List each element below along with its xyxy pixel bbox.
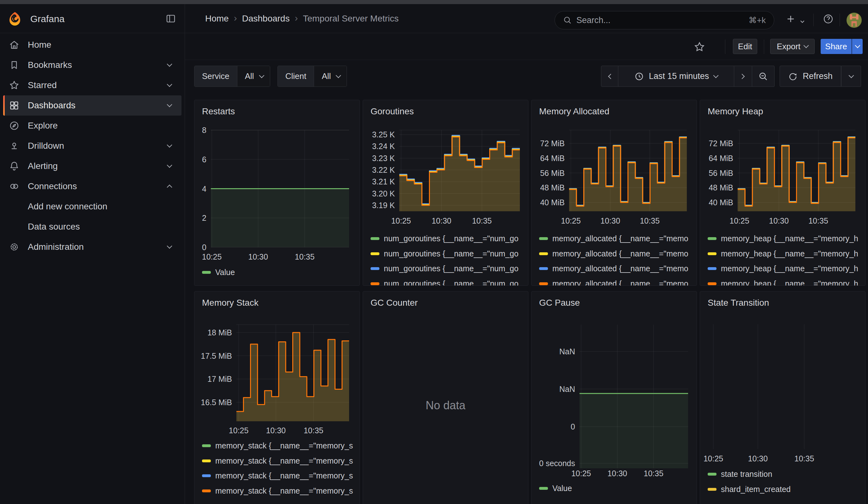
legend-swatch bbox=[371, 282, 379, 285]
legend-item[interactable]: memory_stack {__name__="memory_s bbox=[202, 438, 358, 453]
legend-item[interactable]: memory_allocated {__name__="memo bbox=[539, 276, 695, 286]
sidebar-item-bookmarks[interactable]: Bookmarks bbox=[3, 55, 182, 75]
legend-swatch bbox=[707, 488, 716, 491]
legend-label: memory_allocated {__name__="memo bbox=[552, 249, 689, 258]
service-filter-selected: All bbox=[245, 71, 254, 81]
svg-text:17.5 MiB: 17.5 MiB bbox=[201, 351, 232, 360]
sidebar-item-alerting[interactable]: Alerting bbox=[3, 156, 182, 176]
legend-label: memory_heap {__name__="memory_h bbox=[721, 264, 858, 273]
legend-label: num_goroutines {__name__="num_go bbox=[384, 234, 519, 243]
home-icon bbox=[9, 40, 20, 50]
search-box[interactable]: ⌘+k bbox=[555, 11, 774, 29]
sidebar-item-label: Add new connection bbox=[28, 202, 107, 212]
legend-item[interactable]: memory_allocated {__name__="memo bbox=[539, 246, 695, 261]
chart-legend: memory_stack {__name__="memory_smemory_s… bbox=[202, 438, 358, 504]
svg-text:64 MiB: 64 MiB bbox=[709, 154, 733, 163]
legend-item[interactable]: state transition bbox=[707, 467, 863, 482]
breadcrumb-dashboards[interactable]: Dashboards bbox=[242, 13, 290, 24]
svg-text:NaN: NaN bbox=[559, 347, 575, 356]
svg-text:10:30: 10:30 bbox=[769, 216, 789, 225]
legend-item[interactable]: memory_allocated {__name__="memo bbox=[539, 231, 695, 246]
legend-item[interactable]: Value bbox=[539, 481, 695, 496]
share-chevron-button[interactable] bbox=[852, 39, 862, 54]
avatar[interactable] bbox=[847, 13, 862, 28]
chart-restarts: 8642010:2510:3010:35 bbox=[194, 100, 360, 286]
sidebar-item-explore[interactable]: Explore bbox=[3, 116, 182, 136]
sidebar-item-dashboards[interactable]: Dashboards bbox=[3, 95, 182, 116]
edit-button[interactable]: Edit bbox=[733, 39, 757, 54]
dashboard-toolbar: Edit Export Share bbox=[185, 33, 868, 60]
sidebar-item-add-new-connection[interactable]: Add new connection bbox=[3, 196, 182, 217]
zoom-out-icon[interactable] bbox=[752, 66, 775, 87]
svg-text:0: 0 bbox=[202, 243, 206, 252]
legend-label: memory_stack {__name__="memory_s bbox=[215, 441, 353, 450]
svg-text:3.25 K: 3.25 K bbox=[372, 130, 395, 139]
legend-item[interactable]: num_goroutines {__name__="num_go bbox=[371, 276, 526, 286]
time-back-button[interactable] bbox=[601, 66, 618, 87]
legend-item[interactable]: memory_stack {__name__="memory_s bbox=[202, 453, 358, 469]
service-filter-value[interactable]: All bbox=[237, 66, 270, 86]
export-button[interactable]: Export bbox=[770, 39, 815, 54]
refresh-interval-chevron[interactable] bbox=[841, 66, 861, 87]
sidebar-toggle-icon[interactable] bbox=[165, 13, 176, 24]
legend-item[interactable]: memory_heap {__name__="memory_h bbox=[707, 276, 863, 286]
legend-swatch bbox=[539, 487, 548, 490]
sidebar-item-label: Bookmarks bbox=[28, 60, 72, 70]
svg-text:56 MiB: 56 MiB bbox=[540, 169, 565, 177]
svg-text:3.24 K: 3.24 K bbox=[372, 142, 395, 151]
favorite-star-icon[interactable] bbox=[694, 41, 705, 52]
legend-item[interactable]: memory_heap {__name__="memory_h bbox=[707, 231, 863, 246]
legend-swatch bbox=[707, 252, 716, 255]
add-chevron-down-icon[interactable] bbox=[799, 16, 806, 27]
chevron-down-icon[interactable] bbox=[168, 82, 175, 89]
chevron-down-icon[interactable] bbox=[168, 102, 175, 109]
svg-text:10:35: 10:35 bbox=[643, 469, 663, 478]
legend-item[interactable]: memory_heap {__name__="memory_h bbox=[707, 261, 863, 276]
add-icon[interactable] bbox=[785, 13, 796, 24]
sidebar-item-label: Alerting bbox=[28, 161, 58, 171]
client-filter-value[interactable]: All bbox=[314, 66, 347, 86]
chevron-down-icon[interactable] bbox=[168, 163, 175, 169]
sidebar-item-connections[interactable]: Connections bbox=[3, 176, 182, 196]
chevron-down-icon[interactable] bbox=[168, 244, 175, 250]
chevron-up-icon[interactable] bbox=[168, 183, 175, 190]
breadcrumb: Home › Dashboards › Temporal Server Metr… bbox=[205, 4, 399, 33]
chevron-down-icon[interactable] bbox=[168, 62, 175, 69]
sidebar-item-data-sources[interactable]: Data sources bbox=[3, 217, 182, 237]
svg-text:10:25: 10:25 bbox=[730, 216, 749, 225]
refresh-button[interactable]: Refresh bbox=[779, 66, 841, 87]
legend-item[interactable]: memory_allocated {__name__="memo bbox=[539, 261, 695, 276]
svg-text:10:35: 10:35 bbox=[295, 252, 315, 261]
legend-item[interactable]: shard_item_created bbox=[707, 482, 863, 497]
share-button[interactable]: Share bbox=[821, 39, 851, 54]
time-range-picker[interactable]: Last 15 minutes bbox=[618, 66, 734, 87]
chevron-down-icon bbox=[259, 73, 264, 78]
panel-title[interactable]: GC Counter bbox=[371, 298, 417, 308]
dashboard-grid: Restarts8642010:2510:3010:35ValueGorouti… bbox=[194, 100, 866, 504]
legend-item[interactable]: num_goroutines {__name__="num_go bbox=[371, 231, 526, 246]
legend-item[interactable]: Value bbox=[202, 265, 358, 280]
sidebar-item-starred[interactable]: Starred bbox=[3, 75, 182, 95]
help-icon[interactable] bbox=[823, 13, 834, 24]
svg-text:10:25: 10:25 bbox=[561, 216, 581, 225]
svg-text:10:30: 10:30 bbox=[266, 426, 286, 435]
svg-text:64 MiB: 64 MiB bbox=[540, 154, 565, 163]
legend-item[interactable]: memory_stack {__name__="memory_s bbox=[202, 468, 358, 483]
chevron-down-icon[interactable] bbox=[168, 142, 175, 150]
sidebar-item-administration[interactable]: Administration bbox=[3, 237, 182, 257]
svg-text:10:30: 10:30 bbox=[600, 216, 620, 225]
search-input[interactable] bbox=[576, 16, 744, 25]
legend-item[interactable]: memory_stack {__name__="memory_s bbox=[202, 483, 358, 498]
legend-item[interactable]: num_goroutines {__name__="num_go bbox=[371, 246, 526, 261]
svg-text:10:25: 10:25 bbox=[571, 469, 591, 478]
sidebar-item-drilldown[interactable]: Drilldown bbox=[3, 136, 182, 156]
legend-swatch bbox=[371, 237, 379, 240]
legend-label: memory_heap {__name__="memory_h bbox=[721, 249, 858, 258]
breadcrumb-separator: › bbox=[234, 13, 237, 23]
sidebar-item-home[interactable]: Home bbox=[3, 35, 182, 55]
breadcrumb-home[interactable]: Home bbox=[205, 13, 229, 24]
legend-item[interactable]: num_goroutines {__name__="num_go bbox=[371, 261, 526, 276]
time-forward-button[interactable] bbox=[734, 66, 752, 87]
svg-text:3.23 K: 3.23 K bbox=[372, 154, 395, 163]
legend-item[interactable]: memory_heap {__name__="memory_h bbox=[707, 246, 863, 261]
